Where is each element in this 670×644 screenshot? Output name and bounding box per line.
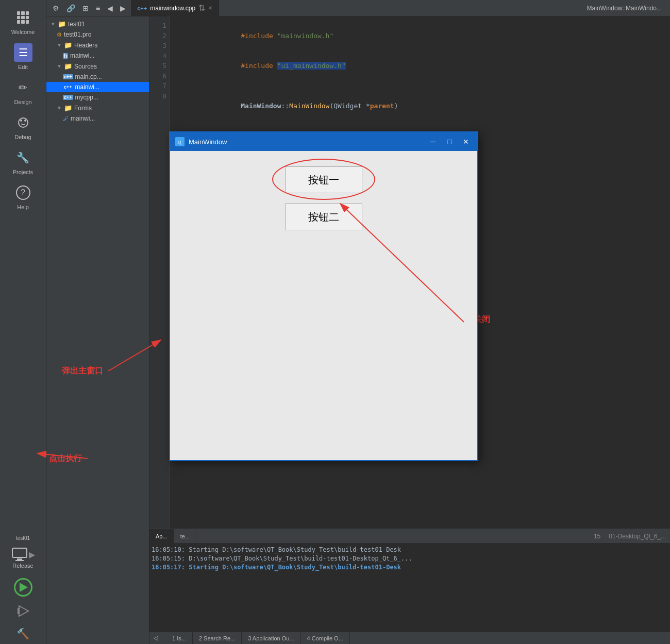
svg-point-2 — [24, 120, 26, 122]
log-line-3: 16:05:17: Starting D:\software\QT_Book\S… — [152, 563, 668, 572]
scroll-left-icon[interactable]: ◁ — [154, 635, 158, 641]
svg-marker-6 — [19, 606, 28, 616]
ui-file-icon: 🖋 — [63, 115, 69, 122]
run-button[interactable] — [14, 578, 32, 597]
tree-item-forms[interactable]: ▼ 📁 Forms — [46, 103, 149, 113]
sidebar-design-label: Design — [14, 99, 31, 105]
sidebar-item-debug[interactable]: Debug — [0, 109, 46, 144]
tree-item-sources[interactable]: ▼ 📁 Sources — [46, 61, 149, 72]
line-num-1: 1 — [149, 21, 170, 31]
tab-dropdown-icon[interactable]: ⇅ — [198, 3, 205, 13]
tab-filename: mainwindow.cpp — [150, 5, 195, 12]
qt-button-one[interactable]: 按钮一 — [285, 166, 362, 193]
debug-icon — [14, 113, 32, 132]
line-num-7: 7 — [149, 81, 170, 91]
sidebar-debug-label: Debug — [14, 134, 31, 140]
line-num-6: 6 — [149, 71, 170, 81]
file-tree: ▼ 📁 test01 ⚙ test01.pro ▼ 📁 Headers h — [46, 16, 149, 644]
tree-label-forms: Forms — [74, 105, 92, 112]
bottom-tab-app-label: Ap... — [156, 533, 167, 539]
toolbar-grid-icon[interactable]: ⊞ — [80, 3, 91, 13]
hammer-icon: 🔨 — [16, 628, 29, 639]
tree-item-mainwindow-cpp[interactable]: c++ mainwi... — [46, 82, 149, 92]
nav-back-icon[interactable]: ◀ — [105, 3, 115, 13]
projects-icon: 🔧 — [14, 148, 32, 167]
sidebar-welcome-label: Welcome — [11, 29, 35, 35]
nav-forward-icon[interactable]: ▶ — [118, 3, 128, 13]
tab-close-icon[interactable]: ✕ — [208, 5, 212, 11]
tree-item-test01[interactable]: ▼ 📁 test01 — [46, 19, 149, 29]
qt-window-icon: Q — [175, 137, 185, 146]
qt-titlebar: Q MainWindow ─ □ ✕ — [170, 132, 477, 151]
sidebar-help-label: Help — [17, 204, 29, 210]
bottom-tab-app[interactable]: Ap... — [149, 529, 174, 543]
qt-button-two[interactable]: 按钮二 — [285, 204, 362, 230]
sidebar-item-welcome[interactable]: Welcome — [0, 4, 46, 39]
status-tab-issues[interactable]: 1 Is... — [166, 632, 193, 645]
tree-label-headers: Headers — [74, 42, 97, 49]
sidebar-item-design[interactable]: ✏ Design — [0, 74, 46, 109]
tree-item-pro[interactable]: ⚙ test01.pro — [46, 29, 149, 40]
headers-expand-icon: ▼ — [57, 42, 62, 48]
headers-folder-icon: 📁 — [64, 41, 72, 49]
tree-item-mainwi-ui[interactable]: 🖋 mainwi... — [46, 113, 149, 124]
qt-close-button[interactable]: ✕ — [460, 135, 472, 148]
forms-expand-icon: ▼ — [57, 105, 62, 111]
tree-item-mycpp[interactable]: c++ mycpp... — [46, 92, 149, 103]
folder-icon: 📁 — [58, 20, 66, 28]
tab-mainwindow-cpp[interactable]: c++ mainwindow.cpp ⇅ ✕ — [131, 0, 219, 16]
svg-point-0 — [19, 118, 28, 127]
toolbar-filter-icon[interactable]: ⚙ — [51, 3, 61, 13]
cpp-file-icon-mycpp: c++ — [63, 95, 73, 100]
status-tab-issues-label: 1 Is... — [172, 635, 186, 641]
log-line-1: 16:05:10: Starting D:\software\QT_Book\S… — [152, 546, 668, 554]
line-num-4: 4 — [149, 51, 170, 61]
log-line-2: 16:05:15: D:\software\QT_Book\Study_Test… — [152, 554, 668, 563]
tree-label-mycpp: mycpp... — [75, 94, 98, 101]
pro-file-icon: ⚙ — [57, 31, 62, 38]
status-tab-app-out[interactable]: 3 Application Ou... — [242, 632, 300, 645]
code-line-1: #include "mainwindow.h" — [176, 21, 664, 51]
bottom-tab-te[interactable]: te... — [174, 529, 196, 543]
edit-icon: ☰ — [14, 43, 32, 62]
tree-label-main-cpp: main.cp... — [75, 73, 102, 80]
tree-item-headers[interactable]: ▼ 📁 Headers — [46, 40, 149, 50]
code-line-4: MainWindow::MainWindow(QWidget *parent) — [176, 91, 664, 122]
bottom-row-num: 15 — [590, 533, 605, 540]
status-tab-compile[interactable]: 4 Compile O... — [301, 632, 350, 645]
toolbar-list-icon[interactable]: ≡ — [94, 3, 102, 13]
tree-item-main-cpp[interactable]: c++ main.cp... — [46, 72, 149, 82]
sidebar-item-help[interactable]: ? Help — [0, 179, 46, 214]
sidebar-projects-label: Projects — [13, 169, 34, 175]
cpp-file-icon-main: c++ — [63, 74, 73, 79]
build-button[interactable]: 🔨 — [16, 628, 29, 640]
status-tab-compile-label: 4 Compile O... — [307, 635, 343, 641]
line-numbers: 1 2 3 4 5 6 7 8 — [149, 16, 170, 529]
status-tabs: 1 Is... 2 Search Re... 3 Application Ou.… — [166, 632, 350, 645]
tree-item-mainwi-h[interactable]: h mainwi... — [46, 50, 149, 61]
qt-maximize-button[interactable]: □ — [443, 135, 456, 148]
svg-text:Q: Q — [178, 140, 181, 145]
sidebar-item-release[interactable]: ▶ Release — [9, 545, 37, 571]
toolbar: ⚙ 🔗 ⊞ ≡ ◀ ▶ c++ mainwindow.cpp ⇅ ✕ MainW… — [46, 0, 670, 16]
line-num-3: 3 — [149, 41, 170, 51]
qt-window: Q MainWindow ─ □ ✕ 按钮一 按钮二 — [169, 131, 478, 461]
h-file-icon: h — [63, 53, 68, 59]
line-num-2: 2 — [149, 31, 170, 41]
toolbar-link-icon[interactable]: 🔗 — [64, 3, 77, 13]
status-bar: ◁ 1 Is... 2 Search Re... 3 Application O… — [149, 632, 670, 644]
status-tab-app-out-label: 3 Application Ou... — [248, 635, 294, 641]
cpp-file-icon-mainwindow: c++ — [63, 84, 73, 90]
app-container: Welcome ☰ Edit ✏ Design — [0, 0, 670, 644]
qt-minimize-button[interactable]: ─ — [427, 135, 439, 148]
tree-expand-icon: ▼ — [51, 21, 56, 27]
sidebar-item-edit[interactable]: ☰ Edit — [0, 39, 46, 74]
code-line-2: #include "ui_mainwindow.h" — [176, 51, 664, 81]
tree-label: test01 — [68, 21, 85, 28]
debug-run-button[interactable] — [15, 603, 31, 621]
qt-window-title: MainWindow — [189, 138, 423, 146]
bottom-panel: Ap... te... 15 01-Desktop_Qt_6_... 16:05… — [149, 529, 670, 632]
status-tab-search[interactable]: 2 Search Re... — [193, 632, 242, 645]
sidebar-item-projects[interactable]: 🔧 Projects — [0, 144, 46, 179]
status-tab-search-label: 2 Search Re... — [199, 635, 235, 641]
